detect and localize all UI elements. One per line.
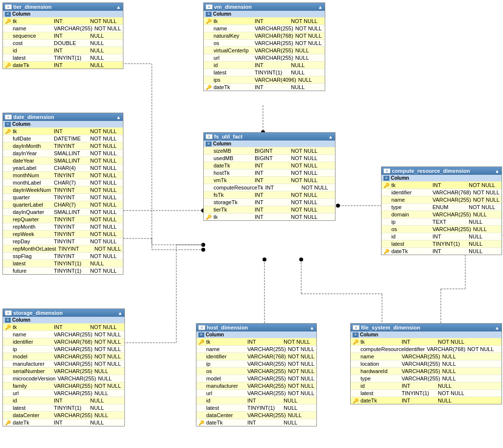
svg-point-11 [201, 248, 205, 252]
no-pk [5, 238, 11, 244]
table-row: 🔑 tk INT NOT NULL [196, 338, 316, 345]
no-pk [5, 398, 11, 403]
table-row: serialNumber VARCHAR(255) NULL [3, 367, 124, 375]
table-row: repWeek TINYINT NOT NULL [3, 230, 123, 237]
table-row: os VARCHAR(255) NULL [382, 225, 502, 233]
no-pk [5, 194, 11, 200]
file-system-dimension-header: file_system_dimension ▲ [351, 324, 502, 331]
no-pk [5, 47, 11, 53]
table-row: latest TINYINT(1) NULL [382, 240, 502, 247]
no-pk [383, 197, 389, 203]
col-section-label: Column [12, 317, 30, 323]
table-row: monthNum TINYINT NOT NULL [3, 171, 123, 179]
no-pk [206, 33, 212, 39]
table-row: id INT NULL [3, 47, 123, 54]
no-pk [206, 25, 212, 31]
no-pk [383, 226, 389, 232]
pk-icon: 🔑 [206, 214, 212, 220]
col-section-label: Column [12, 121, 30, 127]
table-row: ip VARCHAR(255) NOT NULL [3, 345, 124, 353]
table-row: name VARCHAR(255) NULL [351, 353, 502, 360]
table-header-icon [383, 168, 390, 173]
file-system-dimension-table: file_system_dimension ▲ Column 🔑 tk INT … [350, 323, 502, 404]
no-pk [206, 199, 212, 205]
no-pk [5, 136, 11, 141]
table-row: dayInYear SMALLINT NOT NULL [3, 149, 123, 157]
no-pk [5, 376, 11, 381]
no-pk [206, 55, 212, 61]
date-dimension-title: date_dimension [13, 114, 54, 120]
no-pk [198, 354, 204, 359]
no-pk [383, 212, 389, 217]
no-pk [206, 170, 212, 176]
table-row: id INT NULL [3, 397, 124, 404]
no-pk [353, 390, 359, 396]
table-row: fullDate DATETIME NOT NULL [3, 135, 123, 142]
host-dimension-sort: ▲ [310, 325, 314, 330]
col-section-icon [206, 12, 212, 17]
no-pk [206, 155, 212, 161]
host-dimension-col-section: Column [196, 331, 316, 338]
table-row: dateYear SMALLINT NOT NULL [3, 157, 123, 164]
table-row: monthLabel CHAR(7) NOT NULL [3, 179, 123, 186]
no-pk [206, 185, 212, 190]
no-pk [5, 172, 11, 178]
table-row: tierTk INT NOT NULL [204, 206, 335, 213]
vm-dimension-header: vm_dimension ▲ [204, 3, 325, 11]
table-row: 🔑 dateTk INT NULL [204, 83, 325, 91]
pk-icon: 🔑 [353, 398, 359, 403]
storage-dimension-title: storage_dimension [13, 310, 63, 316]
table-row: quarter TINYINT NOT NULL [3, 193, 123, 201]
col-section-label: Column [12, 11, 30, 17]
table-row: name VARCHAR(255) NOT NULL [3, 24, 123, 32]
table-row: name VARCHAR(255) NOT NULL [382, 196, 502, 203]
no-pk [353, 376, 359, 381]
no-pk [5, 25, 11, 31]
no-pk [5, 216, 11, 222]
table-row: dataCenter VARCHAR(255) NULL [196, 411, 316, 419]
no-pk [5, 180, 11, 186]
table-row: identifier VARCHAR(768) NOT NULL [3, 338, 124, 345]
date-dimension-sort: ▲ [116, 115, 121, 120]
table-row: name VARCHAR(255) NOT NULL [3, 330, 124, 338]
table-row: latest TINYINT(1) NULL [204, 69, 325, 76]
file-system-dimension-title: file_system_dimension [361, 325, 420, 330]
no-pk [5, 246, 11, 252]
table-row: yearLabel CHAR(4) NOT NULL [3, 164, 123, 171]
table-row: sspFlag TINYINT NOT NULL [3, 252, 123, 259]
pk-icon: 🔑 [383, 182, 389, 188]
storage-dimension-table: storage_dimension ▲ Column 🔑 tk INT NOT … [2, 308, 125, 426]
no-pk [198, 398, 204, 403]
tier-dimension-sort: ▲ [116, 4, 121, 10]
no-pk [5, 187, 11, 193]
col-section-icon [5, 12, 11, 17]
table-row: 🔑 tk INT NOT NULL [3, 17, 123, 24]
vm-dimension-table: vm_dimension ▲ Column 🔑 tk INT NOT NULL … [203, 2, 325, 91]
table-row: manufacturer VARCHAR(255) NOT NULL [196, 382, 316, 389]
table-row: url VARCHAR(255) NULL [3, 389, 124, 397]
table-row: fsTk INT NOT NULL [204, 191, 335, 198]
svg-point-19 [299, 258, 303, 261]
no-pk [5, 143, 11, 149]
table-row: usedMB BIGINT NOT NULL [204, 154, 335, 162]
table-row: type ENUM NOT NULL [382, 203, 502, 211]
fs-util-fact-col-section: Column [204, 141, 335, 147]
no-pk [206, 62, 212, 68]
svg-point-6 [201, 243, 205, 247]
table-header-icon [198, 325, 205, 330]
no-pk [198, 412, 204, 418]
tier-dimension-title: tier_dimension [13, 4, 51, 10]
table-row: ips VARCHAR(4096) NULL [204, 76, 325, 83]
fs-util-fact-title: fs_util_fact [214, 134, 242, 140]
table-header-icon [5, 115, 12, 119]
no-pk [206, 148, 212, 154]
no-pk [198, 390, 204, 396]
table-row: location VARCHAR(255) NULL [351, 360, 502, 367]
no-pk [383, 219, 389, 225]
host-dimension-title: host_dimension [207, 325, 248, 330]
svg-point-13 [336, 204, 340, 208]
no-pk [198, 376, 204, 381]
table-row: ip TEXT NULL [382, 218, 502, 225]
table-row: 🔑 tk INT NOT NULL [382, 181, 502, 189]
storage-dimension-header: storage_dimension ▲ [3, 309, 124, 317]
